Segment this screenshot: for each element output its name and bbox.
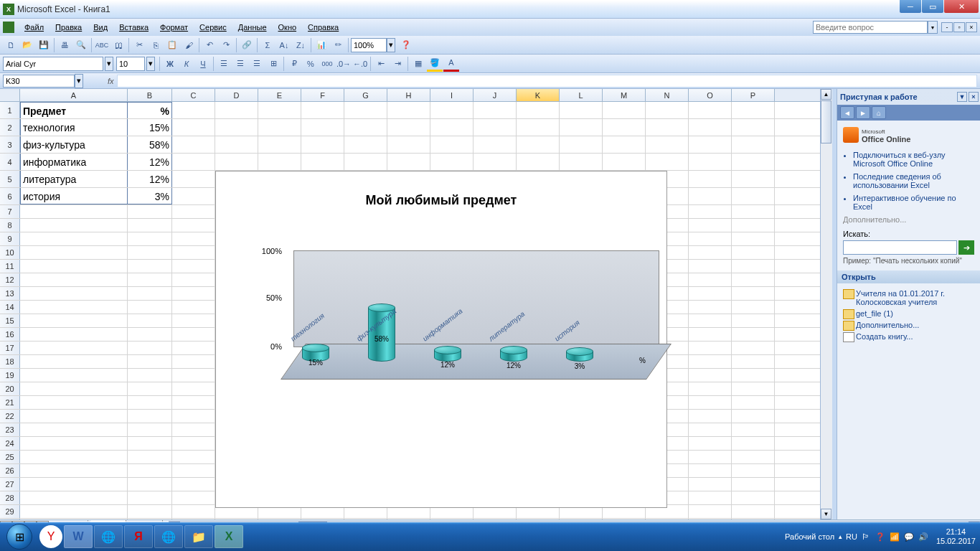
cell[interactable] (689, 396, 732, 409)
cell[interactable] (128, 205, 172, 218)
cell[interactable] (172, 273, 215, 286)
cell[interactable] (172, 423, 215, 436)
show-desktop-label[interactable]: Рабочий стол (785, 532, 834, 541)
taskbar-yandex-icon[interactable]: Y (39, 525, 62, 548)
cell[interactable] (172, 136, 215, 153)
cell[interactable] (20, 232, 128, 245)
cell[interactable]: 12% (128, 154, 172, 170)
cell[interactable] (473, 154, 517, 170)
paste-button[interactable]: 📋 (164, 37, 180, 53)
align-center-button[interactable]: ☰ (232, 56, 248, 72)
cell[interactable] (301, 119, 344, 136)
cell[interactable] (20, 505, 128, 518)
cell[interactable] (172, 119, 215, 136)
cell[interactable] (172, 437, 215, 450)
row-header[interactable]: 24 (0, 437, 20, 450)
cell[interactable] (128, 342, 172, 354)
row-header[interactable]: 27 (0, 478, 20, 491)
column-header[interactable]: E (258, 89, 301, 101)
cell[interactable] (517, 119, 560, 136)
cell[interactable] (128, 287, 172, 300)
borders-button[interactable]: ▦ (410, 56, 426, 72)
cell[interactable] (732, 219, 775, 232)
cell[interactable] (128, 437, 172, 450)
cell[interactable] (215, 136, 258, 153)
cell[interactable] (128, 219, 172, 232)
taskpane-forward[interactable]: ► (856, 106, 870, 119)
cell[interactable] (689, 102, 732, 118)
cell[interactable] (344, 519, 387, 519)
cell[interactable] (128, 396, 172, 409)
bold-button[interactable]: Ж (162, 56, 178, 72)
cell[interactable] (560, 136, 603, 153)
row-header[interactable]: 19 (0, 369, 20, 382)
cell[interactable] (128, 232, 172, 245)
cell[interactable] (732, 451, 775, 463)
formula-input[interactable] (117, 75, 977, 88)
column-header[interactable]: D (215, 89, 258, 101)
align-left-button[interactable]: ☰ (216, 56, 232, 72)
cell[interactable] (689, 342, 732, 354)
decrease-decimal-button[interactable]: ←.0 (352, 56, 368, 72)
row-header[interactable]: 15 (0, 314, 20, 327)
cell[interactable] (732, 342, 775, 354)
row-header[interactable]: 17 (0, 342, 20, 354)
mdi-restore-button[interactable]: ▫ (953, 22, 965, 32)
cell[interactable] (20, 205, 128, 218)
cell[interactable] (20, 464, 128, 477)
cell[interactable] (172, 410, 215, 423)
cell[interactable] (732, 355, 775, 368)
cell[interactable]: 12% (128, 171, 172, 187)
row-header[interactable]: 28 (0, 491, 20, 504)
cell[interactable] (172, 301, 215, 314)
cell[interactable] (172, 102, 215, 118)
cell[interactable]: история (20, 188, 128, 204)
cell[interactable] (430, 519, 473, 519)
cell[interactable] (258, 519, 301, 519)
cell[interactable] (387, 519, 430, 519)
cell[interactable] (20, 423, 128, 436)
cell[interactable] (689, 478, 732, 491)
row-header[interactable]: 25 (0, 451, 20, 463)
print-preview-button[interactable]: 🔍 (73, 37, 89, 53)
row-header[interactable]: 5 (0, 171, 20, 187)
cell[interactable] (20, 410, 128, 423)
cell[interactable] (128, 369, 172, 382)
menu-format[interactable]: Формат (154, 21, 194, 34)
minimize-button[interactable]: ─ (900, 0, 921, 13)
cell[interactable] (128, 301, 172, 314)
cell[interactable] (689, 232, 732, 245)
cell[interactable] (172, 369, 215, 382)
tray-help-icon[interactable]: ❓ (875, 531, 886, 542)
help-search-input[interactable] (813, 21, 928, 34)
recent-file[interactable]: get_file (1) (843, 308, 974, 319)
cell[interactable] (172, 451, 215, 463)
embedded-chart[interactable]: Мой любимый предмет 100% 50% 0% 15%58%12… (215, 171, 667, 508)
column-header[interactable]: N (646, 89, 689, 101)
row-header[interactable]: 18 (0, 355, 20, 368)
taskbar-excel-icon[interactable]: X (215, 525, 243, 548)
cell[interactable] (689, 273, 732, 286)
cell[interactable] (172, 519, 215, 519)
cell[interactable] (732, 136, 775, 153)
cell[interactable]: физ-культура (20, 136, 128, 153)
start-button[interactable]: ⊞ (0, 522, 39, 551)
cut-button[interactable]: ✂ (131, 37, 147, 53)
cell[interactable] (732, 287, 775, 300)
tray-volume-icon[interactable]: 🔊 (918, 531, 929, 542)
cell[interactable] (732, 232, 775, 245)
cell[interactable] (20, 451, 128, 463)
cell[interactable] (732, 382, 775, 395)
italic-button[interactable]: К (179, 56, 194, 72)
cell[interactable] (689, 219, 732, 232)
cell[interactable] (128, 423, 172, 436)
cell[interactable] (258, 136, 301, 153)
cell[interactable] (172, 246, 215, 259)
cell[interactable] (172, 232, 215, 245)
system-clock[interactable]: 21:14 15.02.2017 (936, 527, 976, 546)
sort-asc-button[interactable]: A↓ (276, 37, 292, 53)
cell[interactable] (172, 355, 215, 368)
cell[interactable] (128, 451, 172, 463)
cell[interactable] (560, 154, 603, 170)
cell[interactable] (689, 382, 732, 395)
